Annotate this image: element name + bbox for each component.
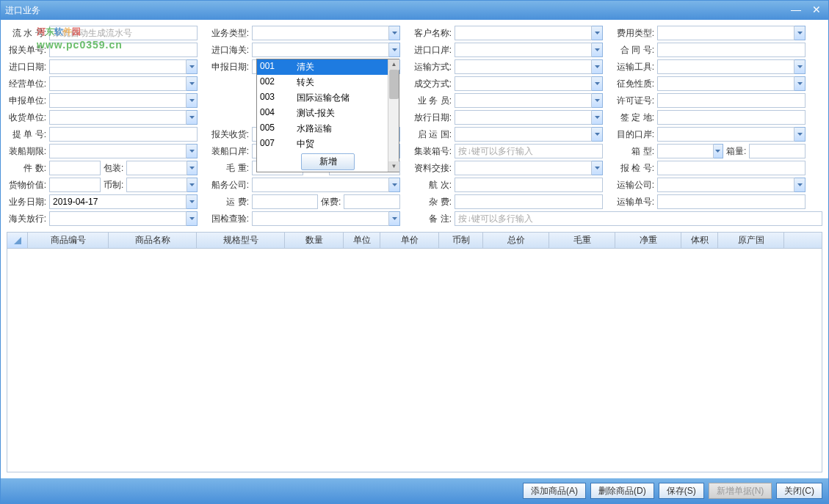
shipping-co-input[interactable] — [252, 178, 389, 192]
ciq-check-input[interactable] — [252, 211, 389, 226]
import-port-dropdown-button[interactable] — [592, 43, 603, 57]
dest-port-input[interactable] — [657, 127, 794, 142]
customs-no-input[interactable] — [49, 43, 198, 57]
salesman-input[interactable] — [455, 93, 592, 108]
close-button[interactable]: ✕ — [809, 4, 824, 16]
import-customs-dropdown-button[interactable] — [389, 43, 400, 57]
transport-tool-dropdown-button[interactable] — [794, 59, 806, 74]
salesman-dropdown-button[interactable] — [592, 93, 603, 108]
declare-unit-input[interactable] — [49, 93, 187, 108]
ship-deadline-dropdown-button[interactable] — [187, 144, 198, 158]
currency-dropdown-button[interactable] — [187, 178, 198, 192]
close-button-footer[interactable]: 关闭(C) — [776, 483, 822, 499]
import-port-input[interactable] — [455, 43, 592, 57]
grid-header-cell[interactable]: 商品编号 — [28, 233, 109, 248]
minimize-button[interactable]: — — [789, 4, 803, 16]
grid-header-cell[interactable]: 净重 — [615, 233, 681, 248]
piece-qty-input[interactable] — [49, 161, 101, 175]
data-handover-dropdown-button[interactable] — [592, 161, 603, 175]
grid-header-cell[interactable]: 商品名称 — [109, 233, 197, 248]
package-input[interactable] — [126, 161, 187, 175]
dropdown-item[interactable]: 002转关 — [257, 75, 399, 90]
remark-input[interactable] — [455, 211, 822, 226]
grid-header-cell[interactable]: 币制 — [439, 233, 483, 248]
receive-unit-dropdown-button[interactable] — [187, 110, 198, 125]
transport-no-input[interactable] — [657, 194, 806, 209]
dropdown-scrollbar[interactable]: ▲ ▼ — [388, 59, 399, 172]
new-bill-button[interactable]: 新增单据(N) — [709, 483, 772, 499]
receive-unit-input[interactable] — [49, 110, 187, 125]
transport-co-input[interactable] — [657, 178, 794, 192]
grid-corner-cell[interactable] — [7, 233, 28, 248]
import-customs-input[interactable] — [252, 43, 389, 57]
business-unit-input[interactable] — [49, 76, 187, 91]
sign-place-input[interactable] — [657, 110, 806, 125]
dropdown-item[interactable]: 007中贸 — [257, 136, 399, 152]
transport-co-dropdown-button[interactable] — [794, 178, 806, 192]
inspect-no-input[interactable] — [657, 161, 806, 175]
release-date-input[interactable] — [455, 110, 592, 125]
grid-header-cell[interactable]: 总价 — [483, 233, 549, 248]
dropdown-item[interactable]: 003国际运输仓储 — [257, 90, 399, 106]
package-dropdown-button[interactable] — [187, 161, 198, 175]
dropdown-new-button[interactable]: 新增 — [301, 153, 355, 170]
permit-no-input[interactable] — [657, 93, 806, 108]
deal-mode-dropdown-button[interactable] — [592, 76, 603, 91]
business-type-input[interactable] — [252, 26, 389, 40]
dropdown-item[interactable]: 004测试-报关 — [257, 106, 399, 121]
import-date-input[interactable] — [49, 59, 187, 74]
scroll-thumb[interactable] — [389, 70, 399, 99]
misc-fee-input[interactable] — [455, 194, 603, 209]
insurance-input[interactable] — [344, 194, 400, 209]
box-type-input[interactable] — [657, 144, 714, 158]
grid-header-cell[interactable]: 规格型号 — [197, 233, 285, 248]
freight-input[interactable] — [252, 194, 318, 209]
grid-header-cell[interactable]: 数量 — [285, 233, 344, 248]
scroll-down-icon[interactable]: ▼ — [388, 161, 399, 172]
box-type-dropdown-button[interactable] — [714, 144, 723, 158]
business-unit-dropdown-button[interactable] — [187, 76, 198, 91]
exempt-nature-input[interactable] — [657, 76, 794, 91]
ship-deadline-input[interactable] — [49, 144, 187, 158]
exempt-nature-dropdown-button[interactable] — [794, 76, 806, 91]
shipping-co-dropdown-button[interactable] — [389, 178, 400, 192]
grid-header-cell[interactable]: 毛重 — [549, 233, 615, 248]
data-handover-input[interactable] — [455, 161, 592, 175]
business-type-dropdown-button[interactable] — [389, 26, 400, 40]
customs-release-dropdown-button[interactable] — [187, 211, 198, 226]
voyage-input[interactable] — [455, 178, 603, 192]
grid-header-cell[interactable]: 原产国 — [718, 233, 784, 248]
grid-header-cell[interactable]: 单价 — [380, 233, 439, 248]
business-date-dropdown-button[interactable] — [187, 194, 198, 209]
fee-type-dropdown-button[interactable] — [794, 26, 806, 40]
customer-name-dropdown-button[interactable] — [592, 26, 603, 40]
bill-no-input[interactable] — [49, 127, 198, 142]
grid-header-cell[interactable]: 单位 — [344, 233, 380, 248]
customer-name-input[interactable] — [455, 26, 592, 40]
transport-tool-input[interactable] — [657, 59, 794, 74]
contract-no-input[interactable] — [657, 43, 806, 57]
business-date-input[interactable] — [49, 194, 187, 209]
scroll-up-icon[interactable]: ▲ — [388, 59, 399, 70]
goods-value-input[interactable] — [49, 178, 101, 192]
ciq-check-dropdown-button[interactable] — [389, 211, 400, 226]
release-date-dropdown-button[interactable] — [592, 110, 603, 125]
depart-country-dropdown-button[interactable] — [592, 127, 603, 142]
deal-mode-input[interactable] — [455, 76, 592, 91]
save-button[interactable]: 保存(S) — [659, 483, 704, 499]
depart-country-input[interactable] — [455, 127, 592, 142]
transport-mode-input[interactable] — [455, 59, 592, 74]
add-product-button[interactable]: 添加商品(A) — [523, 483, 586, 499]
currency-input[interactable] — [126, 178, 187, 192]
transport-mode-dropdown-button[interactable] — [592, 59, 603, 74]
declare-unit-dropdown-button[interactable] — [187, 93, 198, 108]
delete-product-button[interactable]: 删除商品(D) — [590, 483, 654, 499]
dest-port-dropdown-button[interactable] — [794, 127, 806, 142]
fee-type-input[interactable] — [657, 26, 794, 40]
customs-release-input[interactable] — [49, 211, 187, 226]
grid-header-cell[interactable]: 体积 — [681, 233, 718, 248]
serial-no-input[interactable] — [49, 26, 198, 40]
dropdown-item[interactable]: 005水路运输 — [257, 121, 399, 136]
import-date-dropdown-button[interactable] — [187, 59, 198, 74]
container-no-input[interactable] — [455, 144, 603, 158]
